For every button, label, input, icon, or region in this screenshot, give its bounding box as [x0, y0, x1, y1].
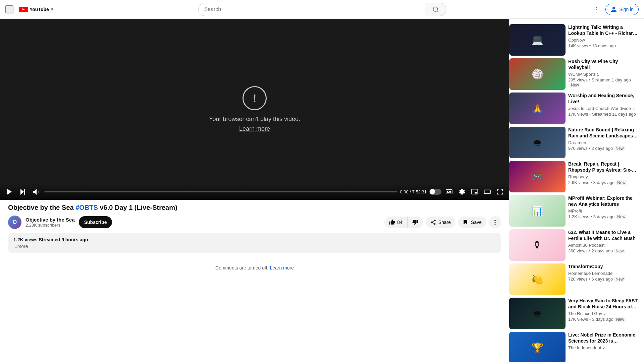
channel-row: O Objective by the Sea 2.23K subscribers…	[8, 216, 501, 229]
autoplay-toggle[interactable]	[429, 189, 441, 195]
video-player[interactable]: ! Your browser can't play this video. Le…	[0, 19, 509, 200]
main-layout: ! Your browser can't play this video. Le…	[0, 19, 644, 362]
share-button[interactable]: Share	[426, 217, 455, 228]
play-button[interactable]	[4, 186, 15, 197]
sidebar-item-transform[interactable]: 🍋 TransformCopy Homemade Lemonade 720 vi…	[509, 263, 639, 295]
youtube-icon: YouTube	[19, 6, 49, 13]
title-suffix: v6.0 Day 1 (Live-Stream)	[98, 204, 177, 211]
sidebar-item-rain[interactable]: 🌧 Nature Rain Sound | Relaxing Rain and …	[509, 127, 639, 158]
sidebar-channel-cpp: CppNow	[568, 38, 639, 43]
svg-point-18	[494, 222, 495, 223]
youtube-logo[interactable]: YouTube JP	[19, 6, 54, 13]
captions-button[interactable]	[444, 187, 454, 197]
sidebar-channel-worship: Jesus Is Lord Church Worldwide ✓	[568, 106, 639, 111]
sidebar-thumbnail-mprofit: 📊	[509, 195, 566, 227]
miniplayer-button[interactable]	[470, 187, 480, 197]
dislike-button[interactable]	[408, 217, 423, 228]
sidebar-meta-mprofit: MProfit Webinar: Explore the new Analyti…	[568, 195, 639, 227]
progress-bar-container[interactable]	[44, 191, 397, 192]
sidebar-item-rhapsody[interactable]: 🎮 Break, Repair, Repeat | Rhapsody Plays…	[509, 161, 639, 192]
sidebar-channel-rain: Dreamers	[568, 140, 639, 145]
logo-region: JP	[50, 7, 54, 11]
sidebar: 💻 Lightning Talk: Writing a Lookup Table…	[509, 19, 644, 362]
sidebar-item-volleyball[interactable]: 🏐 Rush City vs Pine City Volleyball WCMP…	[509, 58, 639, 90]
video-section: ! Your browser can't play this video. Le…	[0, 19, 509, 362]
sidebar-info-transform: 720 views • 6 days agoNew	[568, 277, 639, 282]
sidebar-thumbnail-heavy-rain: 🌧	[509, 298, 566, 329]
sidebar-item-cpp[interactable]: 💻 Lightning Talk: Writing a Lookup Table…	[509, 24, 639, 56]
search-form	[198, 3, 446, 16]
comments-off-notice: Comments are turned off. Learn more	[0, 258, 509, 277]
sidebar-meta-rain: Nature Rain Sound | Relaxing Rain and Sc…	[568, 127, 639, 158]
channel-name[interactable]: Objective by the Sea	[25, 217, 75, 223]
error-circle-icon: !	[243, 86, 267, 110]
subscribe-button[interactable]: Subscribe	[79, 216, 112, 228]
sidebar-thumbnail-fertile: 🎙	[509, 229, 566, 261]
save-button[interactable]: Save	[458, 217, 486, 228]
sidebar-thumbnail-transform: 🍋	[509, 263, 566, 295]
sidebar-info-rhapsody: 2.6K views • 3 days agoNew	[568, 180, 639, 185]
thumb-image-rain: 🌧	[509, 127, 566, 158]
toggle-knob	[430, 189, 435, 194]
sidebar-info-heavy-rain: 17K views • 3 days agoNew	[568, 317, 639, 322]
fullscreen-icon	[496, 188, 504, 195]
show-more-button[interactable]: ...more	[13, 244, 496, 249]
like-count: 84	[397, 220, 402, 225]
settings-button[interactable]	[457, 187, 467, 197]
sidebar-channel-fertile: Almost 30 Podcast	[568, 243, 639, 248]
like-button[interactable]: 84	[384, 217, 408, 228]
sidebar-info-cpp: 14K views • 13 days ago	[568, 43, 639, 48]
sidebar-title-worship: Worship and Healing Service, Live!	[568, 93, 639, 105]
volume-button[interactable]	[31, 186, 42, 197]
sidebar-title-mprofit: MProfit Webinar: Explore the new Analyti…	[568, 195, 639, 207]
sidebar-meta-nobel: Live: Nobel Prize in Economic Sciences f…	[568, 332, 639, 362]
sidebar-item-mprofit[interactable]: 📊 MProfit Webinar: Explore the new Analy…	[509, 195, 639, 227]
sign-in-button[interactable]: Sign in	[605, 4, 639, 15]
hashtag-link[interactable]: #OBTS	[75, 204, 98, 211]
search-button[interactable]	[425, 3, 446, 16]
save-label: Save	[471, 220, 482, 225]
next-button[interactable]	[17, 186, 28, 197]
thumb-icon-volleyball: 🏐	[532, 69, 543, 80]
thumb-image-mprofit: 📊	[509, 195, 566, 227]
sidebar-item-fertile[interactable]: 🎙 632. What It Means to Live a Fertile L…	[509, 229, 639, 261]
sidebar-thumbnail-volleyball: 🏐	[509, 58, 566, 90]
more-options-button[interactable]: ⋮	[591, 3, 603, 16]
sidebar-meta-worship: Worship and Healing Service, Live! Jesus…	[568, 93, 639, 124]
thumb-icon-transform: 🍋	[532, 274, 543, 285]
sidebar-channel-volleyball: WCMP Sports 5	[568, 72, 639, 77]
menu-button[interactable]	[5, 5, 13, 13]
theater-button[interactable]	[482, 187, 492, 197]
header-center	[198, 3, 446, 16]
learn-more-link[interactable]: Learn more	[239, 125, 270, 132]
description-box[interactable]: 1.2K views Streamed 9 hours ago ...more	[8, 233, 501, 253]
sidebar-info-fertile: 360 views • 2 days agoNew	[568, 248, 639, 253]
volume-icon	[32, 188, 40, 196]
sidebar-title-cpp: Lightning Talk: Writing a Lookup Table i…	[568, 24, 639, 36]
sidebar-channel-heavy-rain: The Relaxed Guy ✓	[568, 311, 639, 316]
sidebar-channel-mprofit: MProfit	[568, 208, 639, 214]
avatar-image: O	[8, 216, 21, 229]
ellipsis-icon	[492, 219, 498, 226]
thumb-image-transform: 🍋	[509, 263, 566, 295]
video-stats: 1.2K views Streamed 9 hours ago	[13, 237, 496, 242]
svg-point-19	[494, 224, 495, 225]
comments-learn-more-link[interactable]: Learn more	[270, 265, 294, 270]
like-dislike-group: 84	[384, 217, 423, 228]
svg-marker-5	[7, 189, 12, 195]
settings-icon	[458, 188, 466, 195]
more-actions-button[interactable]	[489, 216, 501, 228]
svg-line-4	[437, 10, 438, 12]
svg-rect-7	[24, 189, 25, 195]
svg-rect-10	[447, 191, 448, 192]
channel-avatar[interactable]: O	[8, 216, 21, 229]
sidebar-item-nobel[interactable]: 🏆 Live: Nobel Prize in Economic Sciences…	[509, 332, 639, 362]
sidebar-channel-nobel: The Independent ✓	[568, 345, 639, 350]
search-input[interactable]	[198, 3, 425, 16]
sidebar-item-worship[interactable]: 🙏 Worship and Healing Service, Live! Jes…	[509, 93, 639, 124]
sidebar-item-heavy-rain[interactable]: 🌧 Very Heavy Rain to Sleep FAST and Bloc…	[509, 298, 639, 329]
action-buttons: 84 Share	[384, 216, 501, 228]
fullscreen-button[interactable]	[495, 187, 505, 197]
header-left: YouTube JP	[5, 5, 54, 13]
svg-marker-6	[20, 189, 24, 195]
